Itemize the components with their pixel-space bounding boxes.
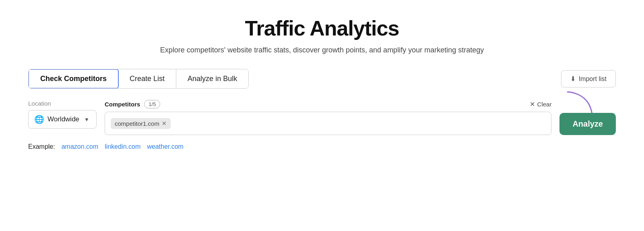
tab-check-competitors[interactable]: Check Competitors bbox=[28, 69, 119, 89]
import-list-label: Import list bbox=[579, 75, 607, 83]
competitors-section: Competitors 1/5 ✕ Clear competitor1.com … bbox=[105, 100, 551, 135]
competitor-tag: competitor1.com ✕ bbox=[111, 118, 171, 129]
clear-label: Clear bbox=[537, 101, 552, 108]
location-dropdown[interactable]: 🌐 Worldwide ▼ bbox=[28, 110, 97, 129]
competitor-tag-value: competitor1.com bbox=[115, 120, 159, 127]
location-label: Location bbox=[28, 100, 97, 107]
location-value: Worldwide bbox=[47, 115, 79, 123]
competitors-label-group: Competitors 1/5 bbox=[105, 100, 160, 108]
competitors-input-box[interactable]: competitor1.com ✕ bbox=[105, 112, 551, 135]
tab-create-list[interactable]: Create List bbox=[118, 69, 176, 88]
tab-analyze-in-bulk[interactable]: Analyze in Bulk bbox=[176, 69, 248, 88]
clear-x-icon: ✕ bbox=[530, 100, 535, 108]
main-container: Check Competitors Create List Analyze in… bbox=[28, 69, 616, 150]
page-subtitle: Explore competitors' website traffic sta… bbox=[160, 46, 484, 54]
competitors-label: Competitors bbox=[105, 101, 140, 108]
form-row: Location 🌐 Worldwide ▼ Competitors 1/5 ✕… bbox=[28, 100, 616, 135]
example-label: Example: bbox=[28, 143, 55, 150]
competitors-header: Competitors 1/5 ✕ Clear bbox=[105, 100, 551, 108]
tabs-row: Check Competitors Create List Analyze in… bbox=[28, 69, 616, 89]
examples-row: Example: amazon.com linkedin.com weather… bbox=[28, 143, 616, 150]
globe-icon: 🌐 bbox=[34, 114, 44, 124]
example-link-amazon[interactable]: amazon.com bbox=[62, 143, 99, 150]
clear-button[interactable]: ✕ Clear bbox=[530, 100, 552, 108]
example-link-linkedin[interactable]: linkedin.com bbox=[105, 143, 140, 150]
example-link-weather[interactable]: weather.com bbox=[147, 143, 184, 150]
tabs-group: Check Competitors Create List Analyze in… bbox=[28, 69, 249, 89]
tag-remove-icon[interactable]: ✕ bbox=[162, 121, 167, 126]
competitors-count-badge: 1/5 bbox=[144, 100, 160, 108]
import-icon: ⬇ bbox=[570, 75, 576, 83]
analyze-button[interactable]: Analyze bbox=[559, 113, 616, 135]
analyze-btn-wrapper: Analyze bbox=[559, 100, 616, 135]
location-section: Location 🌐 Worldwide ▼ bbox=[28, 100, 97, 129]
import-list-button[interactable]: ⬇ Import list bbox=[561, 70, 616, 87]
page-title: Traffic Analytics bbox=[245, 16, 399, 40]
chevron-down-icon: ▼ bbox=[84, 117, 89, 123]
